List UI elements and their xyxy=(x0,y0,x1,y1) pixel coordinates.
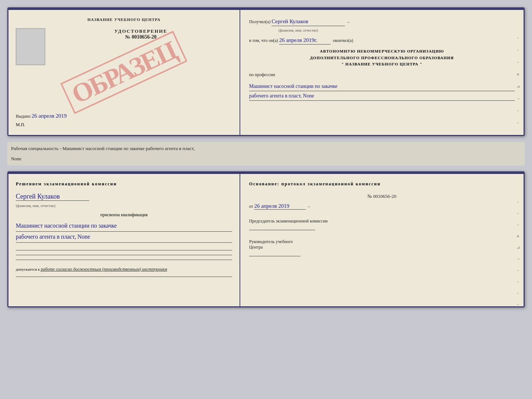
issued-date: 26 апреля 2019 xyxy=(32,113,67,119)
allowed-label: допускается к xyxy=(16,267,40,271)
received-label: Получил(а) xyxy=(249,19,270,24)
qualification-line1: Машинист насосной станции по закачке xyxy=(16,221,232,232)
bottom-right-panel: Основание: протокол экзаменационной коми… xyxy=(240,174,524,306)
received-name: Сергей Кулаков xyxy=(272,17,345,26)
top-right-panel: Получил(а) Сергей Кулаков – (фамилия, им… xyxy=(240,10,524,135)
fio-hint-bottom: (фамилия, имя, отчество) xyxy=(16,204,232,208)
org-name: " НАЗВАНИЕ УЧЕБНОГО ЦЕНТРА " xyxy=(249,61,515,68)
training-center-title: НАЗВАНИЕ УЧЕБНОГО ЦЕНТРА xyxy=(87,17,161,22)
protocol-number: № 0010656-20 xyxy=(249,193,515,199)
org-line2: ДОПОЛНИТЕЛЬНОГО ПРОФЕССИОНАЛЬНОГО ОБРАЗО… xyxy=(249,55,515,61)
photo-placeholder xyxy=(16,28,45,65)
mp-label: М.П. xyxy=(16,122,25,128)
date-label: от xyxy=(249,204,253,209)
bottom-left-panel: Решением экзаменационной комиссии Сергей… xyxy=(8,174,240,306)
issued-label: Выдано xyxy=(16,114,30,119)
date-value: 26 апреля 2019 xyxy=(254,203,306,210)
side-marks-bottom: – – – и ˌа ← – – – – xyxy=(517,200,521,306)
chairman-signature-line xyxy=(249,230,315,230)
allowed-text: работе согласно должностным (производств… xyxy=(41,267,167,272)
qualification-line2: рабочего агента в пласт, None xyxy=(16,232,232,243)
cert-label: УДОСТОВЕРЕНИЕ xyxy=(50,28,232,34)
caption-line2: None xyxy=(10,154,522,164)
issued-line: Выдано 26 апреля 2019 xyxy=(16,113,66,119)
qualification-label: присвоена квалификация xyxy=(16,212,232,218)
date-label: в том, что он(а) xyxy=(249,38,278,43)
profession-line2: рабочего агента в пласт, None xyxy=(249,91,515,101)
basis-label: Основание: протокол экзаменационной коми… xyxy=(249,181,515,187)
profession-line1: Машинист насосной станции по закачке xyxy=(249,82,515,91)
chairman-label: Председатель экзаменационной комиссии xyxy=(249,218,515,224)
received-row: Получил(а) Сергей Кулаков – xyxy=(249,17,515,26)
cert-number: № 0010656-20 xyxy=(50,34,232,40)
document-bottom: Решением экзаменационной комиссии Сергей… xyxy=(7,171,525,307)
head-label-text: Руководитель учебного xyxy=(249,239,293,244)
cert-block: УДОСТОВЕРЕНИЕ № 0010656-20 xyxy=(50,28,232,40)
date-row: в том, что он(а) 26 апреля 2019г. окончи… xyxy=(249,36,515,45)
head-label: Руководитель учебного Центра xyxy=(249,239,515,250)
fio-hint-top: (фамилия, имя, отчество) xyxy=(278,28,515,32)
side-marks-top: – – – и ˌа ← – – – xyxy=(517,36,521,136)
finished-label: окончил(а) xyxy=(333,38,353,43)
top-left-panel: НАЗВАНИЕ УЧЕБНОГО ЦЕНТРА УДОСТОВЕРЕНИЕ №… xyxy=(8,10,240,135)
decision-label: Решением экзаменационной комиссии xyxy=(16,181,232,187)
head-signature-line xyxy=(249,256,301,256)
center-label-text: Центра xyxy=(249,245,263,250)
caption-area: Рабочая специальность - Машинист насосно… xyxy=(7,142,525,165)
org-block: АВТОНОМНУЮ НЕКОММЕРЧЕСКУЮ ОРГАНИЗАЦИЮ ДО… xyxy=(249,48,515,68)
date-value: 26 апреля 2019г. xyxy=(279,36,331,45)
profession-label: по профессии xyxy=(249,71,515,78)
protocol-date: от 26 апреля 2019 – xyxy=(249,203,515,210)
document-top: НАЗВАНИЕ УЧЕБНОГО ЦЕНТРА УДОСТОВЕРЕНИЕ №… xyxy=(7,7,525,136)
allowed-row: допускается к работе согласно должностны… xyxy=(16,267,232,272)
org-line1: АВТОНОМНУЮ НЕКОММЕРЧЕСКУЮ ОРГАНИЗАЦИЮ xyxy=(249,48,515,55)
person-name: Сергей Кулаков xyxy=(16,193,89,201)
caption-line1: Рабочая специальность - Машинист насосно… xyxy=(10,143,522,154)
